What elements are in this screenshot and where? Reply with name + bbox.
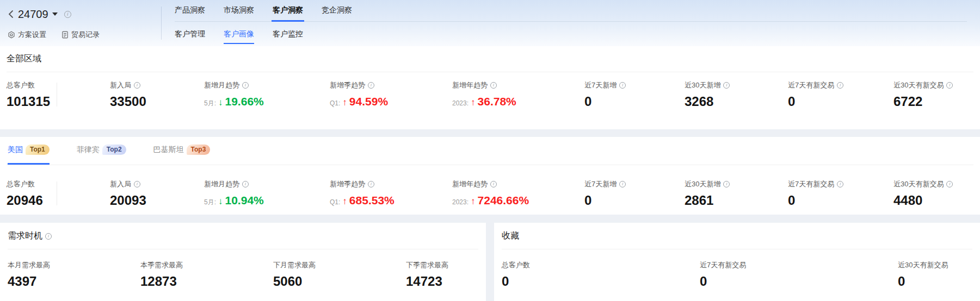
- stat-new-entrants: 新入局 20093: [110, 179, 204, 208]
- demand-timing-card: 需求时机 本月需求最高 4397 本季需求最高 12873 下月需求最高 506…: [0, 223, 486, 301]
- stat-new-7days: 近7天新增 0: [584, 179, 685, 208]
- info-icon[interactable]: [490, 181, 497, 187]
- back-button[interactable]: [8, 10, 14, 18]
- info-icon[interactable]: [64, 11, 71, 18]
- country-tabs: 美国 Top1 菲律宾 Top2 巴基斯坦 Top3: [7, 142, 973, 165]
- info-icon[interactable]: [242, 181, 249, 187]
- arrow-up-icon: ↑: [471, 196, 476, 207]
- stat-demand-this-quarter: 本季需求最高 12873: [140, 260, 273, 289]
- info-icon[interactable]: [242, 82, 249, 89]
- info-icon[interactable]: [837, 181, 843, 187]
- arrow-up-icon: ↑: [342, 97, 347, 108]
- info-icon[interactable]: [134, 181, 140, 187]
- stat-trade-30days: 近30天有新交易 6722: [893, 80, 973, 109]
- info-icon[interactable]: [619, 181, 626, 187]
- subtab-customer-management[interactable]: 客户管理: [175, 29, 205, 39]
- demand-stats: 本月需求最高 4397 本季需求最高 12873 下月需求最高 5060 下季需…: [8, 249, 478, 289]
- trade-records-label: 贸易记录: [71, 30, 100, 40]
- stat-trade-7days: 近7天有新交易 0: [788, 179, 893, 208]
- top1-badge: Top1: [26, 145, 50, 155]
- tab-market-insight[interactable]: 市场洞察: [224, 5, 254, 15]
- favorites-stats: 总客户数 0 近7天有新交易 0 近30天有新交易 0: [502, 249, 972, 289]
- stat-demand-next-quarter: 下季需求最高 14723: [406, 260, 478, 289]
- info-icon[interactable]: [946, 181, 953, 187]
- stat-new-30days: 近30天新增 3268: [685, 80, 788, 109]
- top2-badge: Top2: [102, 145, 126, 155]
- info-icon[interactable]: [619, 82, 626, 89]
- info-icon[interactable]: [723, 82, 730, 89]
- plan-settings-button[interactable]: 方案设置: [8, 30, 46, 40]
- all-region-card: 全部区域 总客户数 101315 新入局 33500 新增月趋势 5月: ↓ 1…: [0, 46, 980, 129]
- tab-competitor-insight[interactable]: 竞企洞察: [322, 5, 352, 15]
- subtab-customer-monitor[interactable]: 客户监控: [273, 29, 303, 39]
- country-tab-usa[interactable]: 美国 Top1: [8, 145, 50, 155]
- all-region-title: 全部区域: [7, 53, 973, 65]
- info-icon[interactable]: [946, 82, 953, 89]
- stat-new-30days: 近30天新增 2861: [685, 179, 788, 208]
- info-icon[interactable]: [45, 233, 52, 240]
- info-icon[interactable]: [368, 82, 374, 89]
- all-region-stats: 总客户数 101315 新入局 33500 新增月趋势 5月: ↓ 19.66%…: [7, 72, 973, 109]
- country-tab-philippines[interactable]: 菲律宾 Top2: [77, 145, 126, 155]
- nav-tabs: 产品洞察 市场洞察 客户洞察 竞企洞察: [175, 5, 967, 22]
- stat-trade-7days: 近7天有新交易 0: [788, 80, 893, 109]
- plan-id[interactable]: 24709: [18, 8, 48, 21]
- info-icon[interactable]: [368, 181, 374, 187]
- top-header: 24709 方案设置 贸易记录 产品洞察 市场洞察 客户洞察: [0, 0, 980, 46]
- stat-demand-this-month: 本月需求最高 4397: [8, 260, 140, 289]
- stat-trade-30days: 近30天有新交易 4480: [893, 179, 973, 208]
- stat-quarter-trend: 新增季趋势 Q1: ↑ 94.59%: [330, 80, 452, 109]
- header-actions: 方案设置 贸易记录: [8, 30, 161, 40]
- clipboard-icon: [61, 31, 69, 39]
- stat-quarter-trend: 新增季趋势 Q1: ↑ 685.53%: [330, 179, 452, 208]
- bottom-row: 需求时机 本月需求最高 4397 本季需求最高 12873 下月需求最高 506…: [0, 223, 980, 301]
- subtab-customer-profile[interactable]: 客户画像: [224, 29, 254, 39]
- info-icon[interactable]: [837, 82, 843, 89]
- gear-icon: [8, 31, 15, 39]
- favorites-title: 收藏: [502, 230, 972, 242]
- stat-demand-next-month: 下月需求最高 5060: [273, 260, 406, 289]
- tab-customer-insight[interactable]: 客户洞察: [273, 5, 303, 15]
- stat-fav-total-customers: 总客户数 0: [502, 260, 700, 289]
- country-card: 美国 Top1 菲律宾 Top2 巴基斯坦 Top3 总客户数 20946 新入…: [0, 137, 980, 215]
- stat-month-trend: 新增月趋势 5月: ↓ 10.94%: [204, 179, 330, 208]
- top3-badge: Top3: [187, 145, 211, 155]
- stat-new-entrants: 新入局 33500: [110, 80, 204, 109]
- info-icon[interactable]: [134, 82, 140, 89]
- arrow-up-icon: ↑: [342, 196, 347, 207]
- stat-total-customers: 总客户数 101315: [7, 80, 110, 109]
- stat-year-trend: 新增年趋势 2023: ↑ 7246.66%: [452, 179, 584, 208]
- plan-settings-label: 方案设置: [18, 30, 46, 40]
- main-navigation: 产品洞察 市场洞察 客户洞察 竞企洞察 客户管理 客户画像 客户监控: [162, 0, 980, 46]
- demand-timing-title: 需求时机: [8, 230, 478, 242]
- caret-down-icon[interactable]: [52, 12, 58, 16]
- info-icon[interactable]: [490, 82, 497, 89]
- all-region-title-text: 全部区域: [7, 53, 41, 65]
- stat-month-trend: 新增月趋势 5月: ↓ 19.66%: [204, 80, 330, 109]
- country-tab-pakistan[interactable]: 巴基斯坦 Top3: [153, 145, 211, 155]
- stat-new-7days: 近7天新增 0: [584, 80, 685, 109]
- plan-selector-row: 24709: [8, 7, 161, 22]
- arrow-up-icon: ↑: [471, 97, 476, 108]
- info-icon[interactable]: [723, 181, 730, 187]
- sub-tabs: 客户管理 客户画像 客户监控: [175, 29, 967, 39]
- tab-product-insight[interactable]: 产品洞察: [175, 5, 205, 15]
- stat-fav-trade-30days: 近30天有新交易 0: [898, 260, 972, 289]
- trade-records-button[interactable]: 贸易记录: [61, 30, 100, 40]
- page: 24709 方案设置 贸易记录 产品洞察 市场洞察 客户洞察: [0, 0, 980, 301]
- country-stats: 总客户数 20946 新入局 20093 新增月趋势 5月: ↓ 10.94% …: [7, 165, 973, 208]
- header-left: 24709 方案设置 贸易记录: [0, 0, 161, 46]
- stat-total-customers: 总客户数 20946: [7, 179, 110, 208]
- chevron-left-icon: [8, 10, 14, 18]
- arrow-down-icon: ↓: [218, 97, 223, 108]
- stat-fav-trade-7days: 近7天有新交易 0: [700, 260, 898, 289]
- arrow-down-icon: ↓: [218, 196, 223, 207]
- favorites-card: 收藏 总客户数 0 近7天有新交易 0 近30天有新交易 0: [494, 223, 980, 301]
- stat-year-trend: 新增年趋势 2023: ↑ 36.78%: [452, 80, 584, 109]
